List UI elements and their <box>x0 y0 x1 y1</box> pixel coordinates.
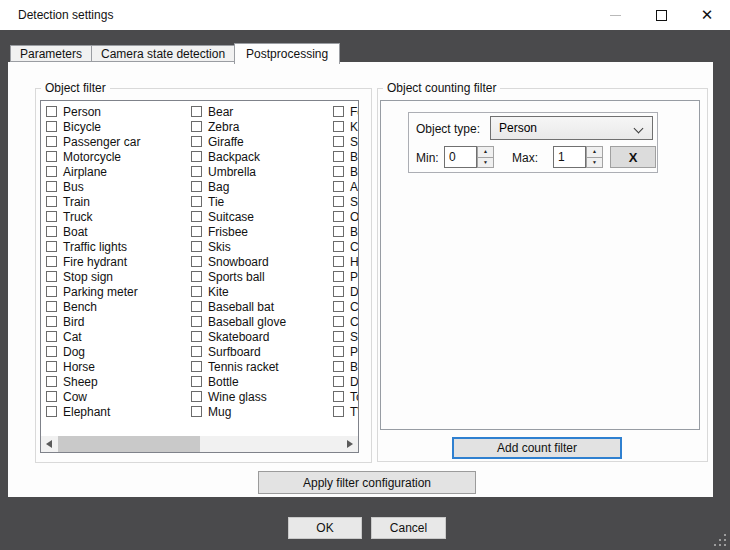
checkbox-unchecked-icon[interactable] <box>333 376 344 387</box>
object-filter-item[interactable]: Spoon <box>333 134 359 149</box>
object-filter-item[interactable]: Carrot <box>333 239 359 254</box>
checkbox-unchecked-icon[interactable] <box>191 121 202 132</box>
object-filter-item[interactable]: Sofa <box>333 329 359 344</box>
object-filter-item[interactable]: Surfboard <box>191 344 336 359</box>
object-filter-item[interactable]: Suitcase <box>191 209 336 224</box>
checkbox-unchecked-icon[interactable] <box>191 376 202 387</box>
horizontal-scrollbar[interactable] <box>41 436 358 452</box>
checkbox-unchecked-icon[interactable] <box>333 181 344 192</box>
checkbox-unchecked-icon[interactable] <box>191 286 202 297</box>
object-filter-item[interactable]: Bottle <box>191 374 336 389</box>
object-filter-item[interactable]: Train <box>46 194 191 209</box>
object-filter-item[interactable]: Airplane <box>46 164 191 179</box>
checkbox-unchecked-icon[interactable] <box>191 196 202 207</box>
object-filter-item[interactable]: Frisbee <box>191 224 336 239</box>
checkbox-unchecked-icon[interactable] <box>191 346 202 357</box>
checkbox-unchecked-icon[interactable] <box>191 301 202 312</box>
checkbox-unchecked-icon[interactable] <box>46 271 57 282</box>
object-filter-item[interactable]: Kite <box>191 284 336 299</box>
checkbox-unchecked-icon[interactable] <box>191 241 202 252</box>
checkbox-unchecked-icon[interactable] <box>191 271 202 282</box>
checkbox-unchecked-icon[interactable] <box>191 151 202 162</box>
object-filter-item[interactable]: Traffic lights <box>46 239 191 254</box>
object-filter-item[interactable]: Passenger car <box>46 134 191 149</box>
object-filter-item[interactable]: Baseball bat <box>191 299 336 314</box>
object-filter-item[interactable]: Banana <box>333 164 359 179</box>
object-filter-item[interactable]: Person <box>46 104 191 119</box>
object-filter-item[interactable]: Parking meter <box>46 284 191 299</box>
checkbox-unchecked-icon[interactable] <box>333 286 344 297</box>
object-filter-item[interactable]: Cow <box>46 389 191 404</box>
checkbox-unchecked-icon[interactable] <box>333 151 344 162</box>
object-filter-item[interactable]: Stop sign <box>46 269 191 284</box>
object-filter-item[interactable]: Bicycle <box>46 119 191 134</box>
object-filter-item[interactable]: Bus <box>46 179 191 194</box>
checkbox-unchecked-icon[interactable] <box>46 166 57 177</box>
checkbox-unchecked-icon[interactable] <box>46 316 57 327</box>
object-filter-item[interactable]: Umbrella <box>191 164 336 179</box>
ok-button[interactable]: OK <box>288 517 362 539</box>
checkbox-unchecked-icon[interactable] <box>333 136 344 147</box>
object-filter-item[interactable]: Cat <box>46 329 191 344</box>
checkbox-unchecked-icon[interactable] <box>333 121 344 132</box>
checkbox-unchecked-icon[interactable] <box>191 106 202 117</box>
object-filter-item[interactable]: Bird <box>46 314 191 329</box>
object-filter-item[interactable]: Hot dog <box>333 254 359 269</box>
object-filter-item[interactable]: Sports ball <box>191 269 336 284</box>
close-button[interactable]: ✕ <box>684 0 730 30</box>
object-filter-item[interactable]: Fork <box>333 104 359 119</box>
object-filter-item[interactable]: Bed <box>333 359 359 374</box>
checkbox-unchecked-icon[interactable] <box>46 121 57 132</box>
checkbox-unchecked-icon[interactable] <box>191 331 202 342</box>
tab-camera-state-detection[interactable]: Camera state detection <box>91 45 235 62</box>
add-count-filter-button[interactable]: Add count filter <box>452 437 622 459</box>
minimize-button[interactable] <box>592 0 638 30</box>
checkbox-unchecked-icon[interactable] <box>46 286 57 297</box>
checkbox-unchecked-icon[interactable] <box>191 406 202 417</box>
checkbox-unchecked-icon[interactable] <box>333 361 344 372</box>
object-filter-item[interactable]: Sheep <box>46 374 191 389</box>
checkbox-unchecked-icon[interactable] <box>46 346 57 357</box>
object-filter-item[interactable]: Orange <box>333 209 359 224</box>
tab-parameters[interactable]: Parameters <box>10 45 92 62</box>
remove-count-filter-button[interactable]: X <box>610 146 656 168</box>
checkbox-unchecked-icon[interactable] <box>46 361 57 372</box>
object-filter-item[interactable]: Mug <box>191 404 336 419</box>
object-filter-item[interactable]: Boat <box>46 224 191 239</box>
object-filter-item[interactable]: Elephant <box>46 404 191 419</box>
min-step-down-button[interactable]: ▼ <box>477 157 494 169</box>
checkbox-unchecked-icon[interactable] <box>333 331 344 342</box>
scroll-left-button[interactable] <box>41 436 57 452</box>
checkbox-unchecked-icon[interactable] <box>333 196 344 207</box>
scroll-right-button[interactable] <box>342 436 358 452</box>
object-filter-item[interactable]: Donut <box>333 284 359 299</box>
object-filter-item[interactable]: Dog <box>46 344 191 359</box>
checkbox-unchecked-icon[interactable] <box>46 226 57 237</box>
checkbox-unchecked-icon[interactable] <box>191 166 202 177</box>
max-step-down-button[interactable]: ▼ <box>586 157 603 169</box>
object-filter-item[interactable]: Broccoli <box>333 224 359 239</box>
object-filter-item[interactable]: Truck <box>46 209 191 224</box>
object-filter-item[interactable]: Bowl <box>333 149 359 164</box>
object-filter-item[interactable]: Horse <box>46 359 191 374</box>
checkbox-unchecked-icon[interactable] <box>333 301 344 312</box>
checkbox-unchecked-icon[interactable] <box>191 181 202 192</box>
resize-grip[interactable] <box>713 533 726 546</box>
object-filter-item[interactable]: Snowboard <box>191 254 336 269</box>
object-filter-item[interactable]: Motorcycle <box>46 149 191 164</box>
object-filter-item[interactable]: Cake <box>333 299 359 314</box>
checkbox-unchecked-icon[interactable] <box>46 256 57 267</box>
checkbox-unchecked-icon[interactable] <box>46 211 57 222</box>
checkbox-unchecked-icon[interactable] <box>333 106 344 117</box>
checkbox-unchecked-icon[interactable] <box>46 181 57 192</box>
object-filter-item[interactable]: Sandwich <box>333 194 359 209</box>
checkbox-unchecked-icon[interactable] <box>333 166 344 177</box>
checkbox-unchecked-icon[interactable] <box>46 196 57 207</box>
object-filter-item[interactable]: Skateboard <box>191 329 336 344</box>
object-filter-item[interactable]: Pizza <box>333 269 359 284</box>
checkbox-unchecked-icon[interactable] <box>333 241 344 252</box>
min-input[interactable] <box>444 146 477 168</box>
object-filter-item[interactable]: Baseball glove <box>191 314 336 329</box>
checkbox-unchecked-icon[interactable] <box>333 346 344 357</box>
checkbox-unchecked-icon[interactable] <box>333 211 344 222</box>
